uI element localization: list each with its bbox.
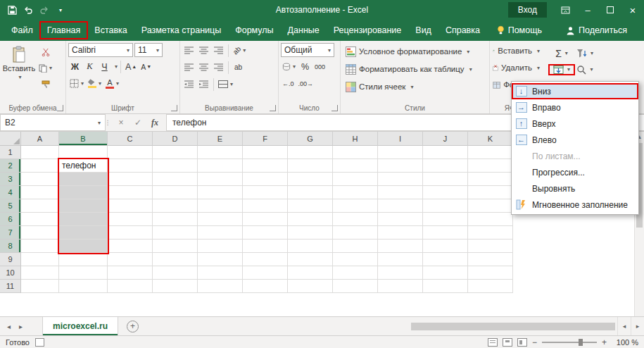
name-box[interactable]: B2▾ [0,114,106,131]
align-center-icon[interactable] [197,60,210,75]
ribbon-tab-0[interactable]: Файл [4,22,40,39]
cell-C1[interactable] [108,146,153,159]
find-select-icon[interactable]: ▾ [574,65,595,75]
cell-D9[interactable] [153,253,198,266]
customize-qat-icon[interactable]: ▾ [53,2,68,18]
cell-F9[interactable] [243,253,288,266]
scroll-left-icon[interactable]: ◂ [617,317,631,335]
cell-F8[interactable] [243,240,288,253]
dialog-launcher-clipboard[interactable] [57,105,63,111]
ribbon-tab-3[interactable]: Разметка страницы [134,22,228,39]
cell-I5[interactable] [378,199,423,213]
underline-button[interactable]: Ч [98,59,111,74]
cell-A7[interactable] [21,226,59,240]
cell-I11[interactable] [378,280,423,293]
cell-I1[interactable] [378,146,423,159]
cell-I9[interactable] [378,253,423,266]
close-button[interactable]: × [621,0,644,20]
cell-H10[interactable] [333,266,378,280]
cell-J11[interactable] [423,280,468,293]
cell-F4[interactable] [243,186,288,199]
dialog-launcher-alignment[interactable] [270,105,276,111]
fill-button[interactable]: ▾ [549,65,574,75]
cell-G11[interactable] [288,280,333,293]
column-header-F[interactable]: F [243,132,288,146]
cell-K3[interactable] [468,173,513,186]
cell-F11[interactable] [243,280,288,293]
cell-J7[interactable] [423,226,468,240]
ribbon-tab-4[interactable]: Формулы [228,22,280,39]
cell-F7[interactable] [243,226,288,240]
cell-K9[interactable] [468,253,513,266]
fill-menu-item-down[interactable]: ↓Вниз [512,83,638,99]
font-color-icon[interactable]: А ▾ [104,76,120,91]
cell-I2[interactable] [378,159,423,173]
cell-C11[interactable] [108,280,153,293]
cell-F2[interactable] [243,159,288,173]
cell-A5[interactable] [21,199,59,213]
number-format-combo[interactable]: Общий▾ [281,43,334,57]
italic-button[interactable]: К [83,59,96,74]
ribbon-tab-9[interactable]: Помощь [490,22,549,39]
cell-C10[interactable] [108,266,153,280]
view-normal-icon[interactable] [488,338,498,347]
ribbon-tab-1[interactable]: Главная [40,22,88,39]
fill-menu-item-flash-fill[interactable]: Мгновенное заполнение [512,197,638,213]
column-header-J[interactable]: J [423,132,468,146]
cell-A3[interactable] [21,173,59,186]
cell-K5[interactable] [468,199,513,213]
insert-function-icon[interactable]: fx [146,114,163,131]
sheet-nav-left-icon[interactable]: ◂ [3,323,15,330]
cell-I7[interactable] [378,226,423,240]
cell-H9[interactable] [333,253,378,266]
cell-F5[interactable] [243,199,288,213]
orientation-icon[interactable]: ab▾ [232,43,247,58]
cell-G8[interactable] [288,240,333,253]
cell-E8[interactable] [198,240,243,253]
zoom-in-icon[interactable]: + [602,337,607,347]
fill-menu-item-5[interactable]: Прогрессия... [512,164,638,180]
cell-B6[interactable] [59,213,108,226]
sort-filter-icon[interactable]: ▾ [574,49,595,58]
cell-H11[interactable] [333,280,378,293]
cell-F3[interactable] [243,173,288,186]
row-header-8[interactable]: 8 [0,240,21,253]
comma-style-button[interactable]: 000 [313,59,327,74]
undo-icon[interactable] [20,2,36,18]
cell-B11[interactable] [59,280,108,293]
cell-G1[interactable] [288,146,333,159]
cell-C8[interactable] [108,240,153,253]
sign-in-button[interactable]: Вход [508,2,547,18]
cell-G5[interactable] [288,199,333,213]
cell-B3[interactable] [59,173,108,186]
cell-A11[interactable] [21,280,59,293]
autosum-button[interactable]: Σ▾ [549,48,574,59]
cell-C4[interactable] [108,186,153,199]
cell-D8[interactable] [153,240,198,253]
cell-J8[interactable] [423,240,468,253]
percent-style-button[interactable]: % [298,59,312,74]
ribbon-tab-7[interactable]: Вид [408,22,438,39]
cell-styles-button[interactable]: Стили ячеек▾ [343,78,487,95]
increase-indent-icon[interactable] [197,77,210,92]
select-all-corner[interactable] [0,132,21,146]
cell-B8[interactable] [59,240,108,253]
wrap-text-icon[interactable]: ab [232,60,245,75]
cell-C3[interactable] [108,173,153,186]
fill-color-icon[interactable]: ▾ [87,76,103,91]
cell-K4[interactable] [468,186,513,199]
zoom-slider-thumb[interactable] [579,339,583,346]
zoom-slider[interactable] [542,342,597,343]
cell-G2[interactable] [288,159,333,173]
cell-I8[interactable] [378,240,423,253]
cell-K7[interactable] [468,226,513,240]
shrink-font-button[interactable]: А▼ [139,59,153,74]
cell-E7[interactable] [198,226,243,240]
cell-J6[interactable] [423,213,468,226]
font-size-combo[interactable]: 11▾ [134,43,163,57]
cell-E4[interactable] [198,186,243,199]
cell-A4[interactable] [21,186,59,199]
delete-cells-button[interactable]: Удалить▾ [492,60,541,75]
cell-G6[interactable] [288,213,333,226]
copy-icon[interactable]: ▾ [37,61,53,75]
